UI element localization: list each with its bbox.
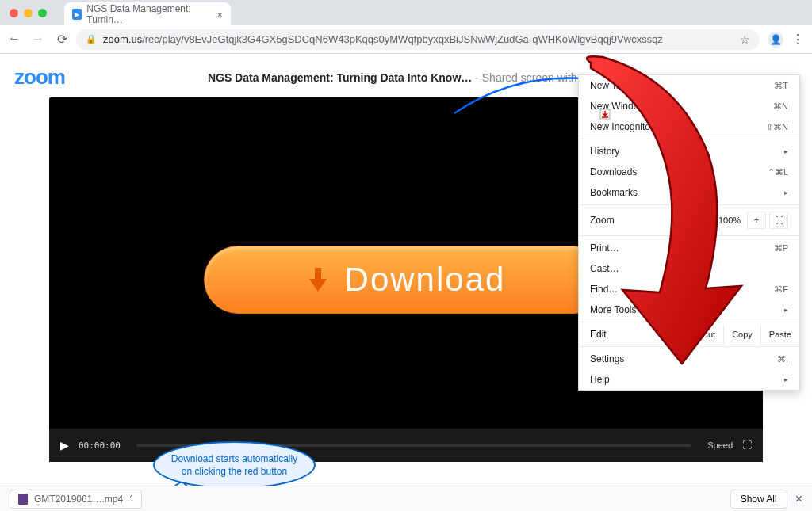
menu-print[interactable]: Print…⌘P [579,238,799,258]
menu-downloads[interactable]: Downloads⌃⌘L [579,162,799,182]
speed-button[interactable]: Speed [707,440,733,450]
address-bar: ← → ⟳ 🔒 zoom.us/rec/play/v8EvJeGtqjk3G4G… [0,25,812,54]
play-button[interactable]: ▶ [60,439,69,452]
chevron-up-icon[interactable]: ˄ [129,494,133,503]
download-arrow-icon [307,266,329,293]
menu-help[interactable]: Help▸ [579,369,799,390]
menu-cut[interactable]: Cut [693,325,723,344]
menu-edit: Edit Cut Copy Paste [579,324,799,345]
url-field[interactable]: 🔒 zoom.us/rec/play/v8EvJeGtqjk3G4GX5gSDC… [76,29,760,50]
url-host: zoom.us [103,33,142,45]
window-controls [10,9,47,17]
recording-title: NGS Data Management: Turning Data Into K… [208,71,619,84]
zoom-in-button[interactable]: + [747,212,766,229]
browser-menu-icon[interactable]: ⋮ [791,32,804,47]
download-item[interactable]: GMT2019061….mp4 ˄ [10,490,142,509]
menu-bookmarks[interactable]: Bookmarks▸ [579,182,799,203]
close-window-icon[interactable] [10,9,18,17]
browser-chrome: ▶ NGS Data Management: Turnin… × ← → ⟳ 🔒… [0,0,812,54]
download-filename: GMT2019061….mp4 [34,494,123,505]
show-all-button[interactable]: Show All [730,490,787,509]
menu-paste[interactable]: Paste [760,325,799,344]
reload-button[interactable]: ⟳ [56,32,68,47]
nav-buttons: ← → ⟳ [8,32,68,47]
video-timecode: 00:00:00 [79,440,121,451]
file-icon [18,494,28,505]
download-button[interactable]: Download [204,246,608,314]
lock-icon: 🔒 [86,34,97,44]
menu-more-tools[interactable]: More Tools▸ [579,299,799,320]
zoom-value: 100% [712,215,747,225]
menu-zoom: Zoom − 100% + ⛶ [579,207,799,234]
browser-tab[interactable]: ▶ NGS Data Management: Turnin… × [64,2,231,26]
download-recording-icon[interactable] [599,109,611,125]
tab-close-icon[interactable]: × [216,9,223,21]
zoom-fullscreen-icon[interactable]: ⛶ [769,212,788,229]
minimize-window-icon[interactable] [24,9,33,17]
menu-new-incognito[interactable]: New Incognito Window⇧⌘N [579,116,799,137]
video-controls: ▶ 00:00:00 Speed ⛶ [49,429,763,462]
menu-find[interactable]: Find…⌘F [579,279,799,299]
menu-settings[interactable]: Settings⌘, [579,349,799,369]
bookmark-star-icon[interactable]: ☆ [740,33,750,46]
download-button-label: Download [345,261,506,299]
profile-avatar-icon[interactable]: 👤 [768,32,783,48]
menu-history[interactable]: History▸ [579,141,799,162]
shelf-close-icon[interactable]: × [795,492,802,506]
menu-new-window[interactable]: New Window⌘N [579,96,799,116]
menu-copy[interactable]: Copy [723,325,760,344]
tab-bar: ▶ NGS Data Management: Turnin… × [0,0,812,25]
url-path: /rec/play/v8EvJeGtqjk3G4GX5gSDCqN6W43pKq… [142,33,663,45]
browser-right-controls: 👤 ⋮ [768,32,804,48]
fullscreen-icon[interactable]: ⛶ [742,440,752,451]
tooltip-text: Download starts automatically on clickin… [171,453,297,477]
back-button[interactable]: ← [8,32,21,47]
forward-button[interactable]: → [32,32,44,47]
tab-title: NGS Data Management: Turnin… [86,3,212,25]
zoom-logo: zoom [14,65,65,90]
menu-new-tab[interactable]: New Tab⌘T [579,75,799,96]
maximize-window-icon[interactable] [38,9,47,17]
zoom-favicon-icon: ▶ [72,9,82,20]
zoom-out-button[interactable]: − [693,212,712,229]
menu-cast[interactable]: Cast… [579,258,799,279]
downloads-shelf: GMT2019061….mp4 ˄ Show All × [0,486,812,511]
tooltip-bubble: Download starts automatically on clickin… [153,441,316,489]
chrome-menu: New Tab⌘T New Window⌘N New Incognito Win… [578,74,800,391]
